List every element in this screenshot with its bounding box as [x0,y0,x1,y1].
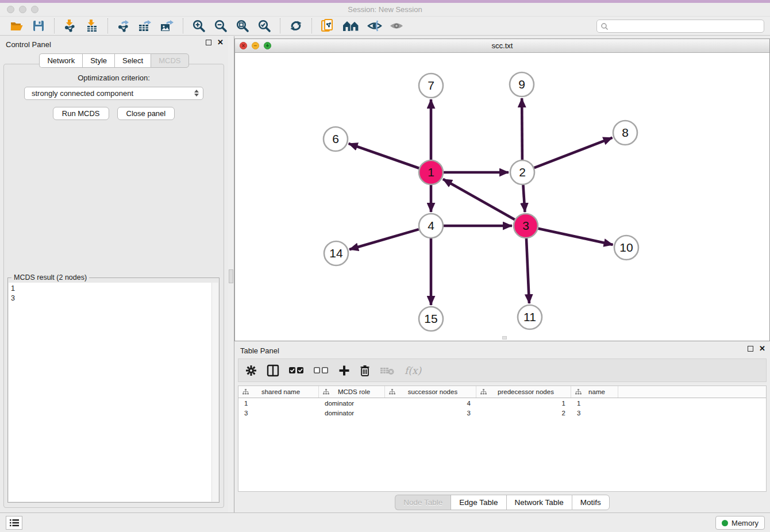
node-label-11: 11 [523,310,536,323]
cell-MCDS-role[interactable]: dominator [319,400,385,407]
mcds-result-text[interactable]: 1 3 [9,283,218,502]
home-networks-icon[interactable] [342,18,360,33]
close-table-panel-icon[interactable]: ✕ [759,346,765,352]
network-window-titlebar[interactable]: × − + scc.txt [235,39,769,53]
control-tab-select[interactable]: Select [114,53,151,68]
node-label-1: 1 [428,165,434,179]
edge-2-3[interactable] [523,185,525,212]
table-tabs: Node TableEdge TableNetwork TableMotifs [234,492,770,512]
column-header-predecessor-nodes[interactable]: predecessor nodes [476,386,571,398]
export-network-icon[interactable] [116,18,131,33]
node-label-14: 14 [329,246,343,260]
table-panel: Table Panel ✕ f(x) shared nameMCDS roles… [234,342,770,512]
edge-3-10[interactable] [538,229,613,245]
optimization-label: Optimization criterion: [4,74,224,82]
import-table-icon[interactable] [84,18,99,33]
control-tab-mcds[interactable]: MCDS [151,53,188,68]
titlebar: Session: New Session [0,3,770,17]
control-panel-tabs: NetworkStyleSelectMCDS [0,53,228,68]
trash-icon[interactable] [360,365,370,376]
network-canvas[interactable]: 7968124314101511 [235,53,769,341]
zoom-fit-icon[interactable] [235,18,250,33]
zoom-selected-icon[interactable] [257,18,272,33]
import-network-icon[interactable] [63,18,78,33]
close-panel-icon[interactable]: ✕ [217,40,224,45]
cell-MCDS-role[interactable]: dominator [319,410,385,417]
node-label-2: 2 [519,165,526,179]
node-label-7: 7 [428,79,434,92]
cell-shared-name[interactable]: 3 [238,410,319,417]
gear-icon[interactable] [245,365,257,376]
export-image-icon[interactable] [160,18,175,33]
show-eye-icon[interactable] [389,18,404,33]
panel-divider[interactable] [228,36,234,512]
add-icon[interactable] [338,365,350,376]
memory-button[interactable]: Memory [715,516,765,530]
column-header-name[interactable]: name [571,386,618,398]
table-row[interactable]: 3dominator323 [238,408,766,418]
tab-node-table[interactable]: Node Table [395,495,451,510]
zoom-out-icon[interactable] [213,18,228,33]
node-label-10: 10 [619,241,633,254]
tab-motifs[interactable]: Motifs [572,495,610,510]
statusbar: Memory [0,512,770,532]
run-mcds-button[interactable]: Run MCDS [53,107,109,120]
task-history-button[interactable] [6,516,22,530]
deselect-checkboxes-icon[interactable] [314,367,329,374]
optimization-dropdown[interactable]: strongly connected component [24,87,203,100]
edge-2-8[interactable] [534,138,613,168]
tab-network-table[interactable]: Network Table [506,495,572,510]
result-scrollbar[interactable] [211,283,218,502]
save-icon[interactable] [31,18,46,33]
search-box[interactable] [596,20,764,33]
cell-successor-nodes[interactable]: 3 [385,410,476,417]
delete-table-icon [380,366,395,375]
tab-edge-table[interactable]: Edge Table [451,495,506,510]
float-panel-icon[interactable] [206,40,211,45]
clone-network-icon[interactable] [320,18,335,33]
main-area: Control Panel ✕ NetworkStyleSelectMCDS O… [0,36,770,512]
list-icon [10,519,19,527]
dropdown-value: strongly connected component [32,89,133,98]
cell-name[interactable]: 3 [571,410,618,417]
toolbar-separator [107,18,108,33]
columns-icon[interactable] [267,364,279,377]
cell-shared-name[interactable]: 1 [238,400,319,407]
edge-1-6[interactable] [349,144,419,168]
cell-successor-nodes[interactable]: 4 [385,400,476,407]
search-input[interactable] [609,20,764,32]
column-header-MCDS-role[interactable]: MCDS role [319,386,385,398]
node-table[interactable]: shared nameMCDS rolesuccessor nodesprede… [238,385,767,492]
edge-2-9[interactable] [522,98,522,160]
column-header-successor-nodes[interactable]: successor nodes [385,386,476,398]
canvas-resize-handle[interactable] [502,336,507,340]
refresh-icon[interactable] [288,18,303,33]
control-tab-network[interactable]: Network [39,53,82,68]
edge-3-11[interactable] [526,238,529,303]
network-graph[interactable]: 7968124314101511 [235,53,769,341]
zoom-in-icon[interactable] [191,18,206,33]
edge-4-14[interactable] [349,229,419,249]
edge-3-1[interactable] [443,179,515,219]
control-tab-style[interactable]: Style [82,53,114,68]
cell-name[interactable]: 1 [571,400,618,407]
sitemap-icon [389,389,395,395]
toolbar-separator [183,18,183,33]
select-all-checkboxes-icon[interactable] [289,367,304,374]
open-folder-icon[interactable] [9,18,24,33]
close-panel-button[interactable]: Close panel [117,107,175,120]
node-label-15: 15 [424,312,437,325]
dropdown-stepper-icon [194,90,199,97]
cell-predecessor-nodes[interactable]: 2 [476,410,571,417]
float-table-panel-icon[interactable] [748,346,753,352]
node-label-9: 9 [518,78,525,91]
control-panel: Control Panel ✕ NetworkStyleSelectMCDS O… [0,36,228,512]
divider-handle-icon[interactable] [229,269,233,283]
app-window: Session: New Session [0,0,770,532]
column-header-shared-name[interactable]: shared name [238,386,319,398]
hide-eye-icon[interactable] [367,18,382,33]
cell-predecessor-nodes[interactable]: 1 [476,400,571,407]
table-row[interactable]: 1dominator411 [238,398,766,408]
table-panel-title: Table Panel [240,346,279,355]
export-table-icon[interactable] [138,18,153,33]
